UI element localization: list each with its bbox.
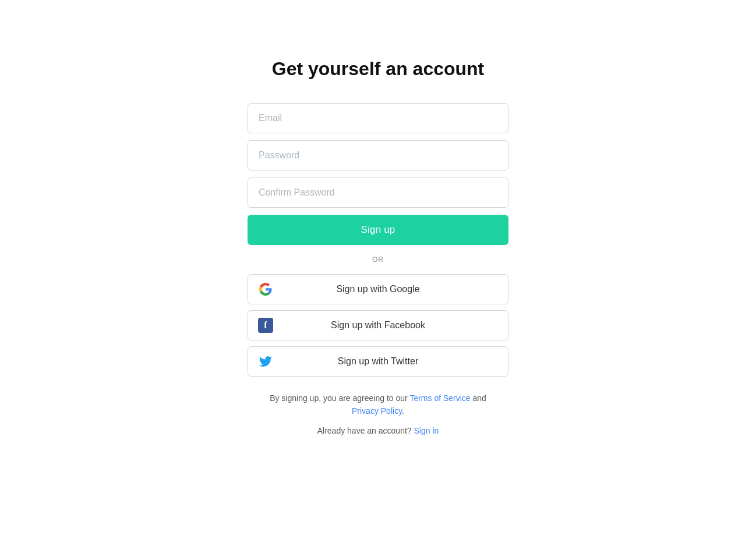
- signup-form-container: Get yourself an account Sign up OR Sign …: [248, 58, 508, 435]
- terms-text: By signing up, you are agreeing to our T…: [270, 392, 486, 418]
- google-signup-button[interactable]: Sign up with Google: [248, 274, 508, 304]
- twitter-signup-button[interactable]: Sign up with Twitter: [248, 346, 508, 377]
- facebook-icon: f: [257, 317, 274, 333]
- google-signup-label: Sign up with Google: [259, 284, 497, 294]
- confirm-password-field[interactable]: [248, 178, 508, 208]
- signup-button[interactable]: Sign up: [248, 215, 508, 245]
- email-field[interactable]: [248, 103, 508, 133]
- signin-text: Already have an account? Sign in: [317, 426, 439, 435]
- privacy-policy-link[interactable]: Privacy Policy: [352, 406, 402, 416]
- page-title: Get yourself an account: [272, 58, 485, 80]
- password-field[interactable]: [248, 140, 508, 171]
- facebook-signup-button[interactable]: f Sign up with Facebook: [248, 310, 508, 340]
- facebook-signup-label: Sign up with Facebook: [259, 320, 497, 331]
- twitter-icon: [257, 353, 274, 370]
- form-fields: Sign up: [248, 103, 508, 255]
- google-icon: [257, 281, 274, 297]
- terms-of-service-link[interactable]: Terms of Service: [409, 393, 470, 403]
- twitter-signup-label: Sign up with Twitter: [259, 356, 497, 367]
- or-divider: OR: [372, 255, 384, 264]
- social-buttons: Sign up with Google f Sign up with Faceb…: [248, 274, 508, 382]
- signin-link[interactable]: Sign in: [414, 426, 439, 435]
